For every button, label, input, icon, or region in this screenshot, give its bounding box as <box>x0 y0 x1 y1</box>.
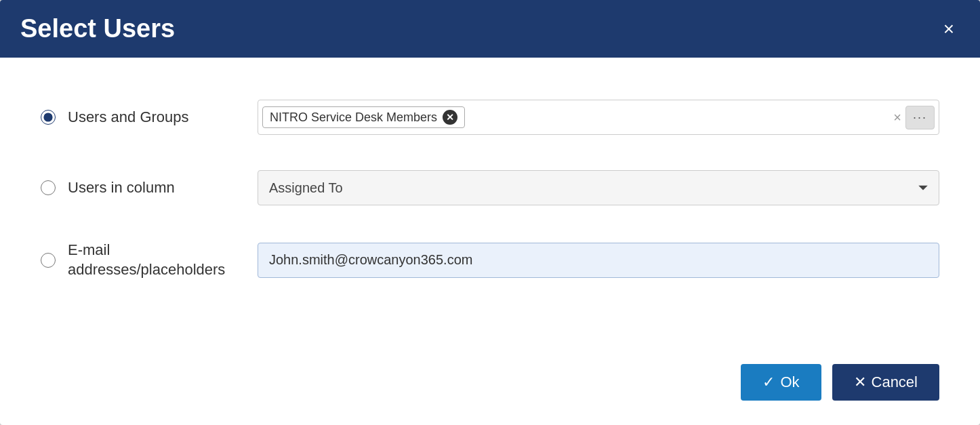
dialog-header: Select Users × <box>0 0 980 58</box>
tag-nitro-service-desk: NITRO Service Desk Members ✕ <box>262 106 465 128</box>
dialog-body: Users and Groups NITRO Service Desk Memb… <box>0 58 980 350</box>
email-addresses-row: E-mail addresses/placeholders <box>41 226 939 294</box>
tags-input-container[interactable]: NITRO Service Desk Members ✕ × ··· <box>258 100 939 135</box>
email-addresses-control <box>258 243 939 278</box>
email-addresses-label: E-mail addresses/placeholders <box>68 241 258 279</box>
cancel-button[interactable]: ✕ Cancel <box>832 364 939 401</box>
users-and-groups-label: Users and Groups <box>68 108 189 127</box>
email-addresses-radio[interactable] <box>41 253 56 268</box>
ok-icon: ✓ <box>762 373 775 391</box>
users-and-groups-radio[interactable] <box>41 110 56 125</box>
users-in-column-row: Users in column Assigned To Created By M… <box>41 155 939 220</box>
dialog-title: Select Users <box>20 14 175 43</box>
users-and-groups-control: NITRO Service Desk Members ✕ × ··· <box>258 100 939 135</box>
users-in-column-control: Assigned To Created By Modified By <box>258 170 939 205</box>
users-in-column-label: Users in column <box>68 178 175 198</box>
ok-button[interactable]: ✓ Ok <box>741 364 821 401</box>
ok-label: Ok <box>780 373 799 391</box>
close-button[interactable]: × <box>938 17 960 41</box>
tags-clear-button[interactable]: × <box>889 110 905 125</box>
email-addresses-label-area: E-mail addresses/placeholders <box>41 241 258 279</box>
dialog-footer: ✓ Ok ✕ Cancel <box>0 350 980 425</box>
email-input[interactable] <box>258 243 939 278</box>
cancel-icon: ✕ <box>854 373 866 391</box>
cancel-label: Cancel <box>872 373 918 391</box>
tags-text-input[interactable] <box>469 110 889 125</box>
tags-more-button[interactable]: ··· <box>905 106 935 129</box>
users-and-groups-label-area: Users and Groups <box>41 108 258 127</box>
tag-remove-button[interactable]: ✕ <box>443 110 457 125</box>
tag-label: NITRO Service Desk Members <box>270 110 437 125</box>
users-and-groups-row: Users and Groups NITRO Service Desk Memb… <box>41 85 939 150</box>
column-select[interactable]: Assigned To Created By Modified By <box>258 170 939 205</box>
select-users-dialog: Select Users × Users and Groups NITRO Se… <box>0 0 980 425</box>
users-in-column-label-area: Users in column <box>41 178 258 198</box>
users-in-column-radio[interactable] <box>41 180 56 195</box>
